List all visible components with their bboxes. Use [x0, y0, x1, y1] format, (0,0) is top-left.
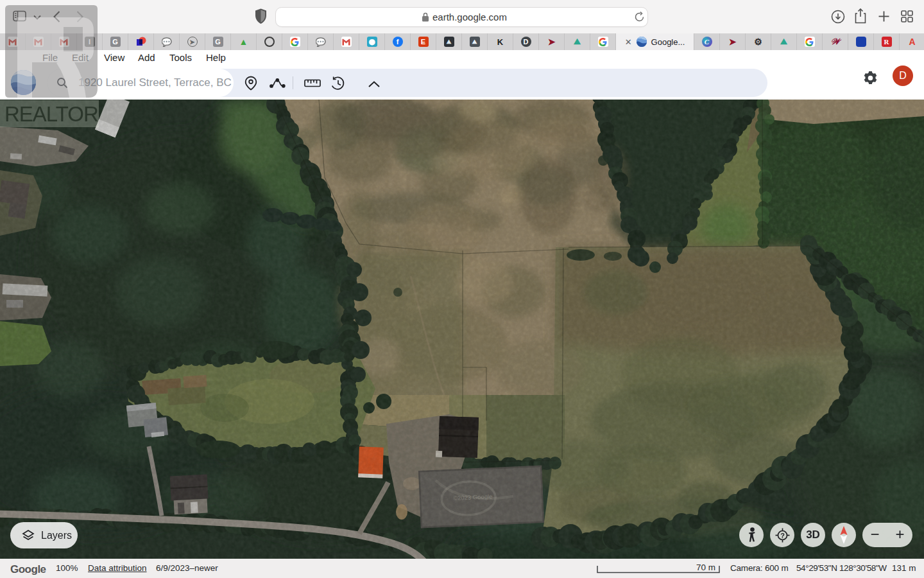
svg-text:?: ?: [780, 531, 785, 539]
svg-text:70 m: 70 m: [696, 563, 715, 572]
